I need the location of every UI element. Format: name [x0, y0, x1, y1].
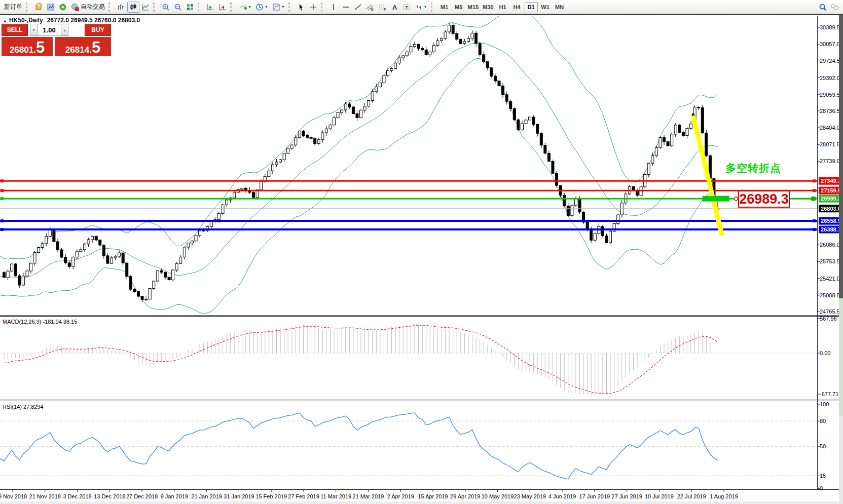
volume-decrease-button[interactable]: ▼: [30, 24, 38, 36]
svg-text:30389.5: 30389.5: [820, 24, 840, 30]
svg-text:26803.0: 26803.0: [821, 206, 841, 212]
volume-increase-button[interactable]: ▲: [61, 24, 68, 36]
timeframe-button-w1[interactable]: W1: [539, 2, 552, 12]
vertical-line-button[interactable]: [327, 2, 340, 13]
svg-text:29 Apr 2019: 29 Apr 2019: [450, 493, 480, 499]
periods-button[interactable]: ▼: [253, 2, 270, 13]
svg-text:27 Jun 2019: 27 Jun 2019: [611, 493, 642, 499]
svg-text:10 May 2019: 10 May 2019: [482, 493, 514, 499]
svg-text:27349.7: 27349.7: [821, 178, 841, 184]
horizontal-line-button[interactable]: [340, 2, 352, 13]
svg-text:A: A: [392, 4, 397, 11]
price-callout-box[interactable]: 26989.3: [738, 190, 790, 208]
svg-text:29724.5: 29724.5: [820, 58, 840, 64]
timeframe-button-h4[interactable]: H4: [510, 2, 524, 12]
buy-price-main: 26814: [65, 45, 89, 55]
buy-price-display[interactable]: 26814.5: [55, 37, 111, 56]
line-chart-button[interactable]: [139, 2, 152, 13]
zoom-out-button[interactable]: [172, 2, 184, 13]
signals-icon[interactable]: [57, 2, 69, 13]
toolbar-separator: [288, 3, 294, 12]
buy-button[interactable]: BUY: [85, 24, 111, 36]
svg-text:28071.5: 28071.5: [820, 141, 840, 147]
svg-text:1 Aug 2019: 1 Aug 2019: [710, 493, 738, 499]
timeframe-button-d1[interactable]: D1: [525, 2, 538, 12]
rsi-indicator-label: RSI(14) 27.8294: [3, 404, 44, 410]
cursor-button[interactable]: [295, 2, 307, 13]
svg-text:29392.0: 29392.0: [820, 75, 840, 81]
trendline-button[interactable]: [352, 2, 364, 13]
tile-windows-button[interactable]: [184, 2, 196, 13]
timeframe-button-h1[interactable]: H1: [496, 2, 509, 12]
svg-text:25088.5: 25088.5: [820, 292, 840, 298]
svg-text:F: F: [384, 8, 386, 11]
market-watch-icon[interactable]: [32, 2, 45, 13]
timeframe-button-mn[interactable]: MN: [553, 2, 566, 12]
bar-chart-button[interactable]: [115, 2, 127, 13]
svg-text:3 Dec 2018: 3 Dec 2018: [63, 493, 91, 499]
timeframe-button-m5[interactable]: M5: [452, 2, 465, 12]
zoom-in-button[interactable]: [160, 2, 172, 13]
svg-text:4 Jun 2019: 4 Jun 2019: [548, 493, 576, 499]
toolbar-separator: [153, 3, 158, 12]
svg-text:24765.5: 24765.5: [820, 308, 840, 315]
svg-text:21 Mar 2019: 21 Mar 2019: [353, 493, 384, 499]
chat-icon[interactable]: [829, 2, 841, 13]
svg-text:27 Dec 2018: 27 Dec 2018: [126, 493, 158, 499]
svg-text:29059.5: 29059.5: [820, 92, 840, 98]
templates-button[interactable]: ▼: [270, 2, 287, 13]
svg-text:25421.0: 25421.0: [820, 276, 840, 282]
status-strip: [0, 501, 843, 504]
navigator-icon[interactable]: [45, 2, 57, 13]
text-label-button[interactable]: T: [400, 2, 413, 13]
toolbar-separator: [230, 3, 235, 12]
chart-shift-button[interactable]: [216, 2, 229, 13]
buy-price-frac: 5: [92, 40, 100, 55]
sell-button[interactable]: SELL: [2, 24, 28, 36]
svg-text:27739.0: 27739.0: [820, 158, 840, 164]
svg-text:567.96: 567.96: [820, 316, 837, 322]
indicators-button[interactable]: ▼: [237, 2, 253, 13]
timeframe-button-m15[interactable]: M15: [466, 2, 480, 12]
svg-text:0.00: 0.00: [820, 350, 830, 356]
timeframe-button-m30[interactable]: M30: [481, 2, 495, 12]
text-button[interactable]: A: [388, 2, 400, 13]
arrows-button[interactable]: ▼: [413, 2, 429, 13]
svg-text:50: 50: [820, 443, 826, 449]
one-click-trading-panel: SELL ▼ ▲ BUY 26801.5 26814.5: [2, 24, 111, 56]
svg-text:21 Jan 2019: 21 Jan 2019: [191, 493, 222, 499]
svg-text:28404.0: 28404.0: [820, 125, 840, 131]
toolbar-separator: [26, 3, 31, 12]
one-click-collapse-icon[interactable]: ▲: [3, 19, 7, 23]
auto-scroll-button[interactable]: [204, 2, 216, 13]
svg-text:9 Jan 2019: 9 Jan 2019: [161, 493, 188, 499]
sell-price-display[interactable]: 26801.5: [2, 37, 53, 56]
autotrading-button[interactable]: 自动交易: [69, 2, 107, 13]
svg-text:T: T: [405, 5, 408, 10]
equidistant-channel-button[interactable]: E: [364, 2, 376, 13]
svg-text:28736.5: 28736.5: [820, 108, 840, 114]
svg-text:9 Nov 2018: 9 Nov 2018: [0, 493, 27, 499]
svg-text:25753.5: 25753.5: [820, 258, 840, 264]
svg-text:31 Jan 2019: 31 Jan 2019: [224, 493, 254, 499]
turning-point-annotation[interactable]: 多空转折点: [725, 161, 781, 175]
svg-text:21 Nov 2018: 21 Nov 2018: [29, 493, 61, 499]
svg-text:E: E: [371, 8, 374, 11]
timeframe-button-m1[interactable]: M1: [438, 2, 451, 12]
toolbar-separator: [321, 3, 326, 12]
search-icon[interactable]: [817, 2, 829, 13]
svg-text:13 Dec 2018: 13 Dec 2018: [94, 493, 125, 499]
svg-text:15 Feb 2019: 15 Feb 2019: [255, 493, 287, 499]
candlestick-button[interactable]: [127, 2, 139, 13]
volume-input[interactable]: [38, 24, 61, 36]
macd-indicator-label: MACD(12,26,9) -181.04 38.15: [3, 319, 77, 325]
svg-text:26999.3: 26999.3: [821, 196, 841, 202]
chart-area[interactable]: 30389.530057.029724.529392.029059.528736…: [0, 0, 843, 504]
svg-text:26086.0: 26086.0: [820, 242, 840, 248]
svg-text:23 May 2019: 23 May 2019: [514, 493, 546, 499]
new-order-button[interactable]: 新订单: [2, 2, 24, 13]
crosshair-button[interactable]: [307, 2, 319, 13]
sell-price-main: 26801: [10, 45, 33, 55]
svg-text:-677.71: -677.71: [820, 391, 838, 397]
fibonacci-button[interactable]: F: [376, 2, 388, 13]
